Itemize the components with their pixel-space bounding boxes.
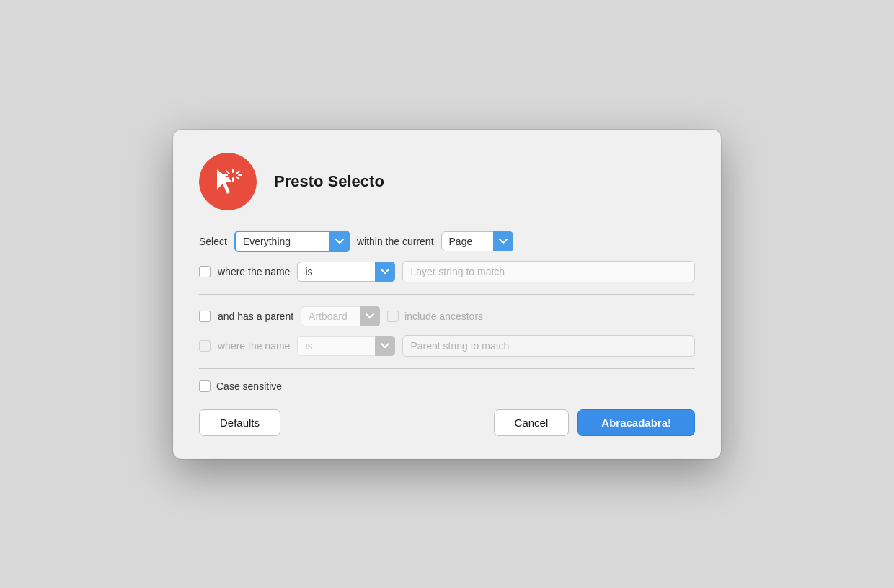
- case-sensitive-label: Case sensitive: [216, 380, 282, 392]
- is-operator-wrapper-1: is contains starts with ends with matche…: [297, 262, 395, 282]
- select-row: Select Everything Layers Groups Text Sha…: [199, 231, 695, 252]
- svg-line-8: [227, 177, 229, 179]
- include-ancestors-label: include ancestors: [404, 311, 483, 322]
- within-label: within the current: [357, 236, 434, 247]
- include-ancestors-group: include ancestors: [387, 311, 483, 322]
- case-sensitive-row: Case sensitive: [199, 380, 695, 392]
- case-sensitive-group: Case sensitive: [199, 380, 282, 392]
- select-label: Select: [199, 236, 227, 247]
- name-row-1: where the name is contains starts with e…: [199, 261, 695, 282]
- and-has-parent-label: and has a parent: [218, 311, 293, 322]
- cancel-button[interactable]: Cancel: [494, 409, 570, 436]
- btn-group-right: Cancel Abracadabra!: [494, 409, 695, 436]
- include-ancestors-checkbox[interactable]: [387, 311, 399, 322]
- within-wrapper: Page Artboard Group: [441, 231, 513, 251]
- divider-1: [199, 294, 695, 295]
- logo-icon: [211, 165, 244, 198]
- parent-type-wrapper: Artboard Group Any: [301, 306, 380, 326]
- dialog: Presto Selecto Select Everything Layers …: [173, 130, 721, 459]
- is-operator-wrapper-2: is contains starts with ends with matche…: [297, 336, 395, 356]
- parent-string-input[interactable]: [402, 335, 695, 357]
- buttons-row: Defaults Cancel Abracadabra!: [199, 409, 695, 436]
- defaults-button[interactable]: Defaults: [199, 409, 280, 436]
- name-filter-checkbox[interactable]: [199, 266, 211, 277]
- abracadabra-button[interactable]: Abracadabra!: [577, 409, 695, 436]
- app-logo: [199, 153, 257, 210]
- within-dropdown[interactable]: Page Artboard Group: [441, 231, 513, 251]
- is-operator-dropdown-2[interactable]: is contains starts with ends with matche…: [297, 336, 395, 356]
- layer-string-input[interactable]: [402, 261, 695, 282]
- svg-line-7: [237, 171, 239, 173]
- case-sensitive-checkbox[interactable]: [199, 380, 211, 392]
- svg-line-5: [227, 171, 229, 173]
- name-row-2: where the name is contains starts with e…: [199, 335, 695, 357]
- parent-row: and has a parent Artboard Group Any incl…: [199, 306, 695, 326]
- svg-line-6: [237, 177, 239, 179]
- is-operator-dropdown-1[interactable]: is contains starts with ends with matche…: [297, 262, 395, 282]
- svg-marker-0: [217, 169, 233, 194]
- divider-2: [199, 368, 695, 369]
- parent-type-dropdown[interactable]: Artboard Group Any: [301, 306, 380, 326]
- parent-name-filter-checkbox[interactable]: [199, 340, 211, 352]
- app-title: Presto Selecto: [274, 172, 384, 191]
- parent-filter-checkbox[interactable]: [199, 311, 211, 322]
- header: Presto Selecto: [199, 153, 695, 210]
- select-type-dropdown[interactable]: Everything Layers Groups Text Shapes: [234, 231, 350, 252]
- select-type-wrapper: Everything Layers Groups Text Shapes: [234, 231, 350, 252]
- where-name-label-1: where the name: [218, 266, 290, 277]
- where-name-label-2: where the name: [218, 340, 290, 352]
